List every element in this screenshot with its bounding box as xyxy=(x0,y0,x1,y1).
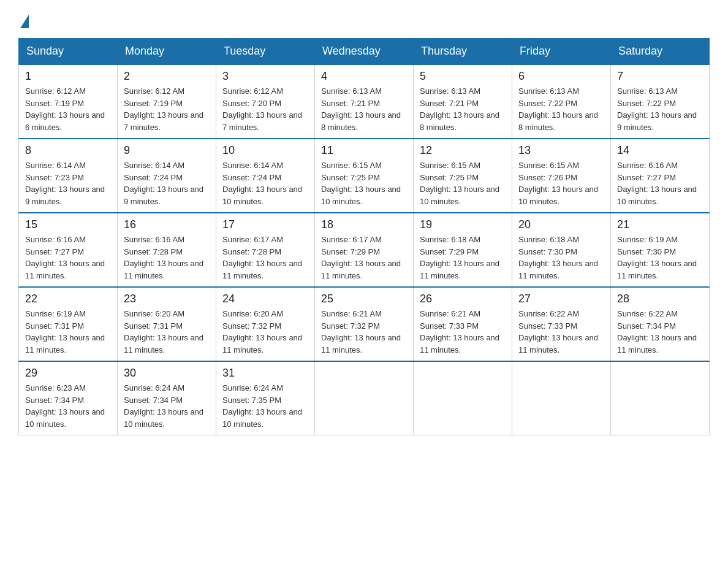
day-info: Sunrise: 6:13 AM Sunset: 7:21 PM Dayligh… xyxy=(420,85,506,133)
calendar-day-2: 2 Sunrise: 6:12 AM Sunset: 7:19 PM Dayli… xyxy=(118,64,216,139)
day-number: 1 xyxy=(25,70,111,83)
sunrise-label: Sunrise: 6:20 AM xyxy=(222,309,283,318)
daylight-label: Daylight: 13 hours and 10 minutes. xyxy=(617,185,697,206)
weekday-header-row: SundayMondayTuesdayWednesdayThursdayFrid… xyxy=(19,39,710,65)
daylight-label: Daylight: 13 hours and 10 minutes. xyxy=(124,407,203,429)
sunrise-label: Sunrise: 6:19 AM xyxy=(25,309,86,318)
day-info: Sunrise: 6:12 AM Sunset: 7:19 PM Dayligh… xyxy=(124,85,210,133)
daylight-label: Daylight: 13 hours and 10 minutes. xyxy=(25,407,105,429)
sunrise-label: Sunrise: 6:17 AM xyxy=(222,235,283,244)
day-number: 26 xyxy=(420,293,506,305)
weekday-header-thursday: Thursday xyxy=(414,39,512,65)
sunrise-label: Sunrise: 6:16 AM xyxy=(124,235,184,244)
calendar-day-3: 3 Sunrise: 6:12 AM Sunset: 7:20 PM Dayli… xyxy=(216,64,315,139)
sunrise-label: Sunrise: 6:15 AM xyxy=(420,161,480,170)
sunset-label: Sunset: 7:33 PM xyxy=(518,321,577,331)
calendar-day-18: 18 Sunrise: 6:17 AM Sunset: 7:29 PM Dayl… xyxy=(315,213,414,287)
week-row-3: 15 Sunrise: 6:16 AM Sunset: 7:27 PM Dayl… xyxy=(19,213,710,287)
sunrise-label: Sunrise: 6:22 AM xyxy=(518,309,579,318)
weekday-header-wednesday: Wednesday xyxy=(315,39,414,65)
sunset-label: Sunset: 7:19 PM xyxy=(25,99,84,108)
sunrise-label: Sunrise: 6:14 AM xyxy=(222,161,283,170)
calendar-day-26: 26 Sunrise: 6:21 AM Sunset: 7:33 PM Dayl… xyxy=(414,287,512,361)
sunrise-label: Sunrise: 6:16 AM xyxy=(25,235,86,244)
day-number: 13 xyxy=(518,144,604,157)
day-number: 20 xyxy=(518,218,604,231)
day-info: Sunrise: 6:14 AM Sunset: 7:24 PM Dayligh… xyxy=(124,159,210,207)
calendar-day-11: 11 Sunrise: 6:15 AM Sunset: 7:25 PM Dayl… xyxy=(315,139,414,213)
day-info: Sunrise: 6:19 AM Sunset: 7:30 PM Dayligh… xyxy=(617,234,703,282)
day-info: Sunrise: 6:12 AM Sunset: 7:20 PM Dayligh… xyxy=(222,85,308,133)
empty-cell xyxy=(611,361,710,435)
empty-cell xyxy=(315,361,414,435)
day-info: Sunrise: 6:17 AM Sunset: 7:29 PM Dayligh… xyxy=(321,234,407,282)
day-info: Sunrise: 6:15 AM Sunset: 7:25 PM Dayligh… xyxy=(420,159,506,207)
day-info: Sunrise: 6:23 AM Sunset: 7:34 PM Dayligh… xyxy=(25,382,111,430)
weekday-header-friday: Friday xyxy=(512,39,611,65)
daylight-label: Daylight: 13 hours and 11 minutes. xyxy=(124,259,203,280)
calendar-day-14: 14 Sunrise: 6:16 AM Sunset: 7:27 PM Dayl… xyxy=(611,139,710,213)
daylight-label: Daylight: 13 hours and 9 minutes. xyxy=(124,185,203,206)
calendar-day-16: 16 Sunrise: 6:16 AM Sunset: 7:28 PM Dayl… xyxy=(118,213,216,287)
day-info: Sunrise: 6:16 AM Sunset: 7:27 PM Dayligh… xyxy=(617,159,703,207)
day-number: 22 xyxy=(25,293,111,305)
sunset-label: Sunset: 7:24 PM xyxy=(222,173,281,182)
day-info: Sunrise: 6:20 AM Sunset: 7:31 PM Dayligh… xyxy=(124,308,210,356)
sunset-label: Sunset: 7:34 PM xyxy=(124,396,183,405)
calendar-day-31: 31 Sunrise: 6:24 AM Sunset: 7:35 PM Dayl… xyxy=(216,361,315,435)
calendar-day-5: 5 Sunrise: 6:13 AM Sunset: 7:21 PM Dayli… xyxy=(414,64,512,139)
day-number: 2 xyxy=(124,70,210,83)
sunset-label: Sunset: 7:28 PM xyxy=(124,247,183,256)
day-number: 12 xyxy=(420,144,506,157)
calendar-table: SundayMondayTuesdayWednesdayThursdayFrid… xyxy=(18,38,710,435)
sunrise-label: Sunrise: 6:24 AM xyxy=(222,383,283,393)
empty-cell xyxy=(414,361,512,435)
sunset-label: Sunset: 7:29 PM xyxy=(420,247,479,256)
sunset-label: Sunset: 7:30 PM xyxy=(617,247,676,256)
sunrise-label: Sunrise: 6:18 AM xyxy=(420,235,480,244)
daylight-label: Daylight: 13 hours and 11 minutes. xyxy=(25,259,105,280)
day-info: Sunrise: 6:18 AM Sunset: 7:30 PM Dayligh… xyxy=(518,234,604,282)
sunrise-label: Sunrise: 6:21 AM xyxy=(321,309,382,318)
sunrise-label: Sunrise: 6:16 AM xyxy=(617,161,678,170)
daylight-label: Daylight: 13 hours and 11 minutes. xyxy=(518,259,598,280)
daylight-label: Daylight: 13 hours and 9 minutes. xyxy=(25,185,105,206)
sunset-label: Sunset: 7:34 PM xyxy=(617,321,676,331)
sunset-label: Sunset: 7:35 PM xyxy=(222,396,281,405)
daylight-label: Daylight: 13 hours and 7 minutes. xyxy=(222,110,302,132)
calendar-day-10: 10 Sunrise: 6:14 AM Sunset: 7:24 PM Dayl… xyxy=(216,139,315,213)
day-info: Sunrise: 6:21 AM Sunset: 7:33 PM Dayligh… xyxy=(420,308,506,356)
daylight-label: Daylight: 13 hours and 8 minutes. xyxy=(518,110,598,132)
sunset-label: Sunset: 7:34 PM xyxy=(25,396,84,405)
day-info: Sunrise: 6:22 AM Sunset: 7:33 PM Dayligh… xyxy=(518,308,604,356)
day-number: 7 xyxy=(617,70,703,83)
daylight-label: Daylight: 13 hours and 10 minutes. xyxy=(321,185,401,206)
day-info: Sunrise: 6:22 AM Sunset: 7:34 PM Dayligh… xyxy=(617,308,703,356)
sunset-label: Sunset: 7:29 PM xyxy=(321,247,380,256)
daylight-label: Daylight: 13 hours and 11 minutes. xyxy=(25,333,105,354)
calendar-day-4: 4 Sunrise: 6:13 AM Sunset: 7:21 PM Dayli… xyxy=(315,64,414,139)
day-info: Sunrise: 6:15 AM Sunset: 7:25 PM Dayligh… xyxy=(321,159,407,207)
sunset-label: Sunset: 7:27 PM xyxy=(617,173,676,182)
sunrise-label: Sunrise: 6:21 AM xyxy=(420,309,480,318)
daylight-label: Daylight: 13 hours and 10 minutes. xyxy=(222,407,302,429)
day-number: 17 xyxy=(222,218,308,231)
calendar-day-13: 13 Sunrise: 6:15 AM Sunset: 7:26 PM Dayl… xyxy=(512,139,611,213)
day-info: Sunrise: 6:13 AM Sunset: 7:22 PM Dayligh… xyxy=(617,85,703,133)
sunrise-label: Sunrise: 6:13 AM xyxy=(617,86,678,96)
sunrise-label: Sunrise: 6:14 AM xyxy=(25,161,86,170)
daylight-label: Daylight: 13 hours and 11 minutes. xyxy=(420,333,499,354)
day-number: 29 xyxy=(25,367,111,380)
day-number: 11 xyxy=(321,144,407,157)
calendar-day-20: 20 Sunrise: 6:18 AM Sunset: 7:30 PM Dayl… xyxy=(512,213,611,287)
calendar-day-25: 25 Sunrise: 6:21 AM Sunset: 7:32 PM Dayl… xyxy=(315,287,414,361)
daylight-label: Daylight: 13 hours and 11 minutes. xyxy=(222,259,302,280)
calendar-day-17: 17 Sunrise: 6:17 AM Sunset: 7:28 PM Dayl… xyxy=(216,213,315,287)
calendar-day-15: 15 Sunrise: 6:16 AM Sunset: 7:27 PM Dayl… xyxy=(19,213,118,287)
day-number: 19 xyxy=(420,218,506,231)
logo-triangle-icon xyxy=(20,15,29,28)
sunset-label: Sunset: 7:32 PM xyxy=(321,321,380,331)
sunrise-label: Sunrise: 6:12 AM xyxy=(25,86,86,96)
daylight-label: Daylight: 13 hours and 11 minutes. xyxy=(420,259,499,280)
weekday-header-tuesday: Tuesday xyxy=(216,39,315,65)
